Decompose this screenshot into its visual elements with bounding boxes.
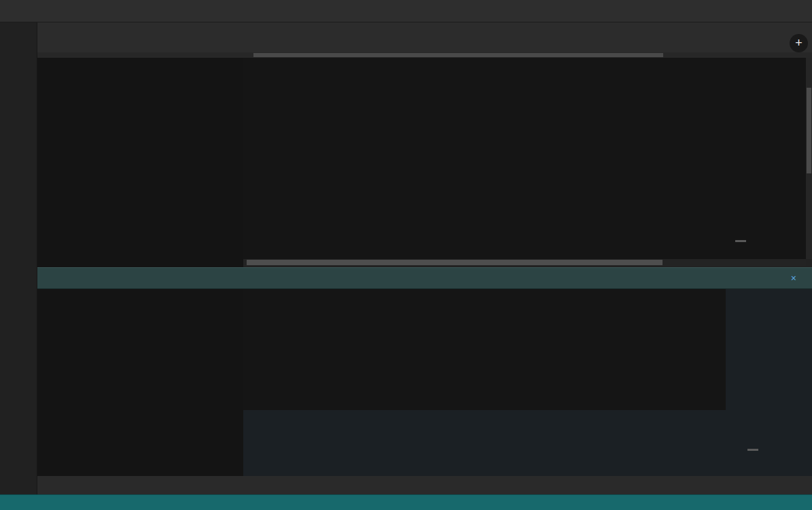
grid-vertical-scrollbar-thumb[interactable] bbox=[807, 88, 811, 173]
grid-horizontal-scrollbar-thumb[interactable] bbox=[247, 260, 663, 265]
row-count-badge bbox=[735, 240, 746, 242]
invoice-data-grid bbox=[243, 58, 806, 259]
master-detail-bar: × bbox=[37, 267, 812, 289]
invoiceline-data-grid bbox=[243, 289, 726, 410]
tab-bar bbox=[37, 33, 812, 52]
grid-toolbar bbox=[37, 476, 812, 494]
dbgate-window: + × bbox=[0, 0, 812, 510]
status-bar bbox=[0, 494, 812, 510]
left-icon-rail bbox=[0, 22, 37, 494]
close-icon: × bbox=[791, 273, 796, 284]
grid-vertical-scrollbar[interactable] bbox=[806, 58, 812, 259]
new-tab-button[interactable]: + bbox=[790, 34, 808, 52]
table-left-panel bbox=[37, 58, 243, 267]
detail-left-panel bbox=[37, 289, 243, 476]
tab-scrollbar[interactable] bbox=[37, 52, 812, 58]
grid-horizontal-scrollbar[interactable] bbox=[243, 259, 806, 266]
title-bar bbox=[0, 0, 812, 22]
close-detail-button[interactable]: × bbox=[791, 273, 801, 284]
detail-row-count-badge bbox=[747, 449, 758, 451]
tab-scrollbar-thumb[interactable] bbox=[253, 53, 663, 57]
connection-group-bar bbox=[37, 22, 812, 33]
